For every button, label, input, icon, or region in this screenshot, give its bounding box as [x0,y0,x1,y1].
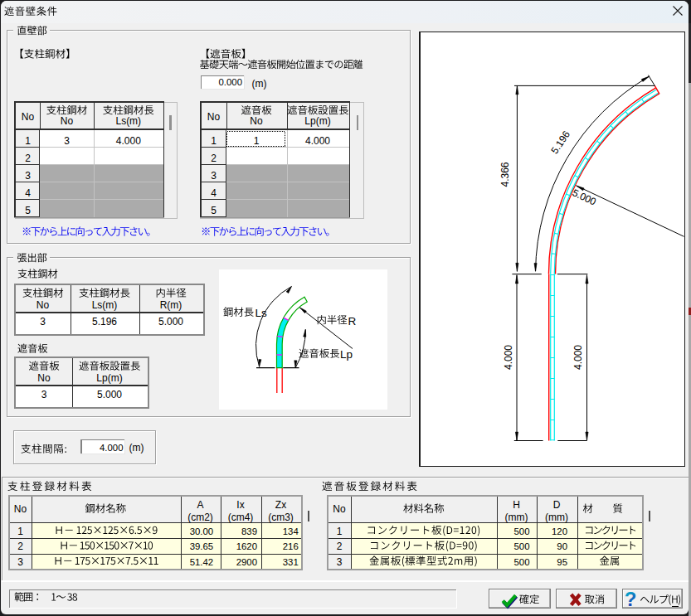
svg-text:No: No [207,111,221,123]
svg-text:A: A [197,499,203,511]
svg-text:4.000: 4.000 [100,443,124,453]
svg-text:3: 3 [64,135,70,147]
svg-text:(m): (m) [252,78,267,90]
svg-text:2: 2 [211,153,217,164]
svg-text:R: R [348,315,357,327]
svg-text:90: 90 [557,541,567,551]
svg-text:Ls: Ls [255,307,268,319]
svg-text:1: 1 [254,135,260,147]
svg-text:1620: 1620 [236,541,257,551]
svg-text:0.000: 0.000 [218,77,242,87]
svg-text:2: 2 [25,153,31,164]
svg-text:95: 95 [557,557,567,567]
svg-text:134: 134 [283,526,299,536]
svg-text:(cm3): (cm3) [268,512,294,523]
svg-text:1: 1 [337,526,343,537]
svg-text:4: 4 [211,187,217,199]
svg-text:Lp(m): Lp(m) [96,372,122,384]
svg-text:Lp: Lp [340,348,353,361]
svg-text:Zx: Zx [275,499,286,511]
svg-text:3: 3 [25,170,31,182]
svg-text:(m): (m) [129,442,144,454]
svg-text:(mm): (mm) [505,512,528,523]
svg-text:839: 839 [241,526,257,536]
svg-text:120: 120 [552,526,567,536]
svg-text:3: 3 [41,389,47,400]
svg-text:Ls(m): Ls(m) [92,299,118,311]
svg-text:No: No [333,503,346,515]
svg-text:No: No [37,372,51,384]
svg-text:4.000: 4.000 [116,135,141,147]
svg-text:(mm): (mm) [545,512,568,523]
svg-text:3: 3 [17,556,23,568]
svg-text:5: 5 [25,205,31,216]
svg-text:5: 5 [211,205,217,216]
svg-text:Ls(m): Ls(m) [115,115,141,127]
svg-text:H: H [513,499,520,511]
svg-text:5.000: 5.000 [97,389,122,400]
svg-text:Ix: Ix [236,499,244,511]
svg-text:1: 1 [211,135,217,147]
svg-text:4: 4 [25,187,31,199]
svg-text:5.196: 5.196 [92,316,117,327]
svg-text:2900: 2900 [236,557,257,567]
svg-text:2: 2 [17,541,23,552]
svg-text:(cm2): (cm2) [187,512,213,523]
svg-text:331: 331 [283,557,299,567]
svg-text:1: 1 [17,526,23,537]
svg-text:2: 2 [337,541,343,552]
svg-text:No: No [61,115,74,127]
svg-text:30.00: 30.00 [190,526,214,536]
svg-text:No: No [250,115,263,127]
svg-text:4.000: 4.000 [305,135,330,147]
svg-text:3: 3 [211,170,217,182]
svg-text:3: 3 [337,556,343,568]
svg-text:3: 3 [40,316,46,327]
svg-text:4.000: 4.000 [503,345,514,370]
svg-text:4.000: 4.000 [572,345,584,370]
svg-text:5.000: 5.000 [158,316,183,327]
svg-text:51.42: 51.42 [190,557,214,567]
svg-text:?: ? [625,588,637,610]
svg-text:500: 500 [513,526,529,536]
svg-text:1: 1 [25,135,31,147]
svg-text:No: No [22,111,35,123]
svg-text:(cm4): (cm4) [228,512,254,523]
svg-text:500: 500 [513,557,529,567]
svg-text:D: D [553,499,561,511]
svg-text:No: No [14,503,27,515]
svg-text:Lp(m): Lp(m) [304,115,330,127]
svg-text:39.65: 39.65 [190,541,214,551]
svg-text:216: 216 [283,541,299,551]
svg-text:500: 500 [513,541,529,551]
svg-text:R(m): R(m) [160,299,182,311]
svg-text:4.366: 4.366 [499,162,511,187]
svg-text:No: No [36,299,50,311]
